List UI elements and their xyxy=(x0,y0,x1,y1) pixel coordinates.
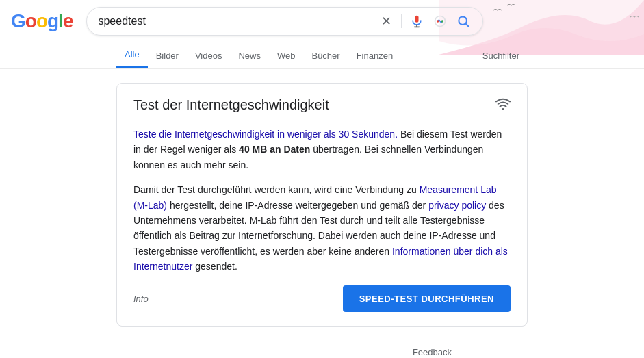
google-lens-icon[interactable] xyxy=(432,13,448,29)
feedback-area: Feedback xyxy=(0,340,568,358)
privacy-policy-link[interactable]: privacy policy xyxy=(428,200,486,211)
search-input[interactable] xyxy=(98,15,372,27)
vertical-divider xyxy=(401,14,402,28)
logo-letter-g2: g xyxy=(47,10,58,31)
nav-bar: Alle Bilder Videos News Web Bücher Finan… xyxy=(0,42,644,69)
nav-item-web[interactable]: Web xyxy=(269,44,304,68)
para2-text-2: hergestellt, deine IP-Adresse weitergege… xyxy=(170,200,428,211)
clear-icon[interactable]: ✕ xyxy=(378,13,394,29)
svg-point-4 xyxy=(437,20,439,22)
para2-text-4: gesendet. xyxy=(195,261,237,272)
info-label: Info xyxy=(133,294,149,304)
svg-point-8 xyxy=(502,108,504,110)
top-bar: Google ✕ xyxy=(0,0,644,42)
feedback-link[interactable]: Feedback xyxy=(413,347,452,357)
nav-item-bilder[interactable]: Bilder xyxy=(148,44,187,68)
data-amount: 40 MB an Daten xyxy=(239,144,310,155)
logo-letter-g: G xyxy=(11,10,25,31)
nav-item-buecher[interactable]: Bücher xyxy=(303,44,348,68)
speed-test-card: Test der Internetgeschwindigkeit Teste d… xyxy=(116,83,528,327)
search-submit-icon[interactable] xyxy=(455,13,472,29)
nav-item-videos[interactable]: Videos xyxy=(187,44,231,68)
main-content: Test der Internetgeschwindigkeit Teste d… xyxy=(0,69,644,340)
card-paragraph-2: Damit der Test durchgeführt werden kann,… xyxy=(133,182,511,274)
nav-item-news[interactable]: News xyxy=(230,44,269,68)
nav-item-alle[interactable]: Alle xyxy=(116,42,148,68)
google-logo[interactable]: Google xyxy=(11,10,73,32)
card-title: Test der Internetgeschwindigkeit xyxy=(133,97,329,113)
card-header: Test der Internetgeschwindigkeit xyxy=(133,97,511,116)
card-footer: Info SPEED-TEST DURCHFÜHREN xyxy=(133,285,511,312)
svg-rect-0 xyxy=(415,16,419,23)
logo-letter-o1: o xyxy=(25,10,36,31)
logo-letter-o2: o xyxy=(36,10,47,31)
nav-item-finanzen[interactable]: Finanzen xyxy=(348,44,401,68)
card-paragraph-1: Teste die Internetgeschwindigkeit in wen… xyxy=(133,127,511,172)
para2-text-1: Damit der Test durchgeführt werden kann,… xyxy=(133,184,420,195)
microphone-icon[interactable] xyxy=(409,13,425,29)
search-filter[interactable]: Suchfilter xyxy=(474,44,528,68)
speed-link[interactable]: Teste die Internetgeschwindigkeit in wen… xyxy=(133,129,398,140)
speed-test-button[interactable]: SPEED-TEST DURCHFÜHREN xyxy=(343,285,511,312)
search-bar: ✕ xyxy=(86,7,483,36)
svg-line-7 xyxy=(466,24,469,27)
wifi-icon xyxy=(495,97,511,116)
svg-point-5 xyxy=(441,20,443,22)
logo-letter-l: l xyxy=(58,10,63,31)
search-icons: ✕ xyxy=(378,13,472,29)
logo-letter-e: e xyxy=(63,10,73,31)
